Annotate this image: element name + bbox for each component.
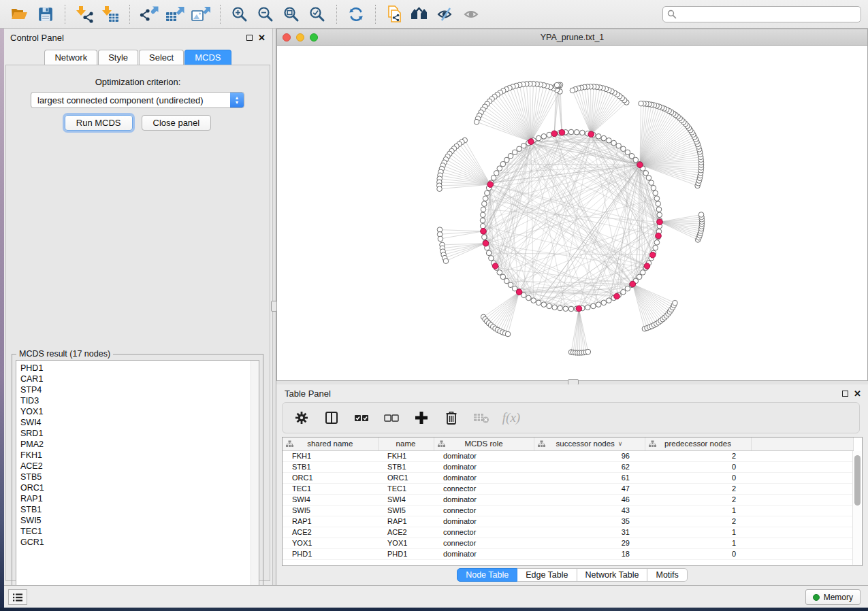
graph-leaf-node[interactable] (505, 331, 511, 337)
column-header-MCDS-role[interactable]: MCDS role (434, 437, 534, 450)
close-panel-icon[interactable]: ✕ (258, 35, 266, 41)
graph-ring-node[interactable] (656, 207, 662, 212)
graph-ring-node[interactable] (654, 196, 660, 201)
tab-select[interactable]: Select (139, 50, 184, 65)
table-cell[interactable]: SWI4 (283, 494, 378, 505)
zoom-in-icon[interactable] (229, 3, 251, 25)
graph-ring-node[interactable] (653, 191, 658, 196)
graph-ring-node[interactable] (512, 150, 517, 155)
graph-leaf-node[interactable] (438, 236, 443, 242)
graph-ring-node[interactable] (489, 256, 494, 261)
float-window-icon[interactable] (842, 391, 848, 397)
table-cell[interactable]: STB1 (378, 461, 434, 472)
table-cell[interactable]: 43 (534, 505, 645, 516)
graph-mcds-node[interactable] (481, 229, 487, 235)
graph-ring-node[interactable] (508, 282, 513, 288)
open-file-icon[interactable] (9, 3, 31, 25)
graph-leaf-node[interactable] (554, 82, 560, 88)
table-cell[interactable]: 31 (534, 527, 645, 538)
graph-ring-node[interactable] (653, 245, 658, 250)
graph-ring-node[interactable] (526, 295, 532, 301)
table-cell[interactable]: 0 (645, 472, 751, 483)
column-header-name[interactable]: name (378, 437, 434, 450)
mcds-result-item[interactable]: ORC1 (20, 482, 259, 493)
criterion-dropdown[interactable]: largest connected component (undirected)… (31, 92, 244, 108)
table-cell[interactable]: PHD1 (378, 548, 434, 559)
table-options-gear-icon[interactable] (293, 410, 310, 426)
search-field[interactable] (662, 6, 861, 22)
graph-ring-node[interactable] (649, 180, 654, 186)
graph-mcds-node[interactable] (588, 131, 594, 137)
tab-motifs[interactable]: Motifs (647, 568, 687, 582)
table-cell[interactable]: connector (434, 538, 534, 548)
table-cell[interactable]: PHD1 (283, 548, 378, 559)
table-cell[interactable]: dominator (434, 450, 534, 461)
graph-ring-node[interactable] (547, 303, 552, 309)
table-cell[interactable]: 62 (534, 461, 645, 472)
graph-mcds-node[interactable] (644, 263, 650, 269)
graph-ring-node[interactable] (601, 135, 607, 141)
table-cell[interactable]: 2 (645, 516, 751, 527)
close-panel-icon[interactable]: ✕ (854, 391, 861, 397)
graph-ring-node[interactable] (541, 134, 547, 139)
table-cell[interactable]: SWI5 (378, 505, 434, 516)
graph-mcds-node[interactable] (551, 131, 558, 137)
delete-column-icon[interactable] (443, 410, 460, 426)
table-cell[interactable]: YOX1 (283, 538, 378, 548)
mcds-result-item[interactable]: SRD1 (20, 428, 259, 439)
graph-ring-node[interactable] (646, 176, 652, 181)
graph-ring-node[interactable] (601, 300, 607, 306)
close-panel-button[interactable]: Close panel (142, 115, 212, 131)
table-cell[interactable]: 0 (645, 461, 751, 472)
graph-ring-node[interactable] (500, 274, 506, 280)
tab-mcds[interactable]: MCDS (184, 50, 231, 65)
network-window-titlebar[interactable]: YPA_prune.txt_1 (277, 29, 867, 46)
mcds-result-item[interactable]: PMA2 (20, 439, 259, 450)
network-graph-canvas[interactable] (277, 46, 867, 380)
save-session-icon[interactable] (35, 3, 57, 25)
graph-ring-node[interactable] (633, 157, 639, 163)
graph-mcds-node[interactable] (528, 139, 534, 145)
graph-ring-node[interactable] (521, 143, 527, 148)
table-cell[interactable]: TEC1 (378, 483, 434, 494)
table-row[interactable]: ACE2ACE2connector311 (283, 527, 853, 538)
table-cell[interactable]: 2 (645, 450, 751, 461)
graph-ring-node[interactable] (491, 176, 496, 181)
graph-ring-node[interactable] (480, 218, 485, 223)
table-cell[interactable]: 2 (645, 494, 751, 505)
table-cell[interactable]: SWI5 (283, 505, 378, 516)
zoom-out-icon[interactable] (255, 3, 276, 25)
graph-ring-node[interactable] (497, 270, 502, 276)
mcds-result-item[interactable]: GCR1 (20, 537, 259, 548)
graph-ring-node[interactable] (563, 306, 568, 312)
graph-ring-node[interactable] (536, 300, 541, 306)
mcds-list-scrollbar[interactable] (251, 361, 259, 602)
graph-ring-node[interactable] (637, 274, 642, 280)
graph-ring-node[interactable] (579, 130, 585, 135)
table-cell[interactable]: 1 (645, 505, 751, 516)
memory-button[interactable]: Memory (805, 589, 861, 605)
table-cell[interactable]: 47 (534, 483, 645, 494)
graph-mcds-node[interactable] (614, 293, 620, 299)
add-column-icon[interactable] (413, 410, 430, 426)
table-row[interactable]: STB1STB1dominator620 (283, 461, 853, 472)
column-header-predecessor-nodes[interactable]: predecessor nodes (645, 437, 751, 450)
run-mcds-button[interactable]: Run MCDS (65, 115, 133, 131)
graph-ring-node[interactable] (482, 235, 487, 240)
graph-ring-node[interactable] (482, 201, 487, 207)
refresh-icon[interactable] (345, 3, 367, 25)
mcds-result-item[interactable]: STP4 (20, 384, 259, 395)
mcds-result-item[interactable]: FKH1 (20, 450, 259, 461)
mcds-result-item[interactable]: STB5 (20, 472, 259, 482)
graph-ring-node[interactable] (494, 171, 499, 176)
show-column-panel-icon[interactable] (323, 410, 340, 426)
table-cell[interactable]: SWI4 (378, 494, 434, 505)
graph-ring-node[interactable] (629, 153, 634, 159)
graph-ring-node[interactable] (531, 298, 536, 303)
table-cell[interactable]: 18 (534, 548, 645, 559)
graph-leaf-node[interactable] (673, 300, 678, 306)
table-row[interactable]: SWI4SWI4dominator462 (283, 494, 853, 505)
mcds-result-item[interactable]: PHD1 (20, 363, 259, 374)
mcds-result-item[interactable]: YOX1 (20, 406, 259, 417)
graph-ring-node[interactable] (591, 303, 596, 309)
